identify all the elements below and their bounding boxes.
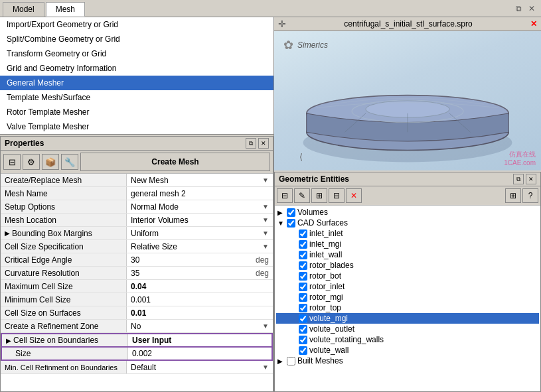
geo-toolbar-btn-2[interactable]: ✎ (294, 188, 310, 203)
tree-label-inlet-mgi: inlet_mgi (309, 239, 341, 249)
prop-value[interactable]: Normal Mode▼ (127, 200, 273, 213)
float-button[interactable]: ⧉ (512, 2, 525, 17)
prop-value[interactable]: 35deg (127, 267, 273, 279)
tree-item-cad-surfaces[interactable]: ▼ CAD Surfaces (276, 218, 539, 228)
nav-icon[interactable]: ✛ (278, 19, 286, 29)
tree-item-rotor-blades[interactable]: rotor_blades (276, 260, 539, 271)
tree-item-volute-rotating[interactable]: volute_rotating_walls (276, 334, 539, 345)
geo-toolbar-options[interactable]: ⊞ (505, 188, 521, 203)
prop-label: Curvature Resolution (1, 267, 127, 279)
prop-row-create-replace: Create/Replace Mesh New Mesh▼ (1, 174, 273, 187)
float-geo-button[interactable]: ⧉ (513, 174, 524, 184)
close-properties-button[interactable]: ✕ (258, 138, 269, 149)
model-tab[interactable]: Model (3, 2, 44, 17)
geo-toolbar-help[interactable]: ? (522, 188, 538, 203)
geo-title: Geometric Entities (279, 174, 349, 184)
tree-item-rotor-inlet[interactable]: rotor_inlet (276, 281, 539, 292)
svg-text:⟨: ⟨ (299, 153, 303, 162)
prop-label: ▶ Cell Size on Boundaries (2, 334, 128, 346)
prop-value[interactable]: Relative Size▼ (127, 240, 273, 253)
prop-value[interactable]: Interior Volumes▼ (127, 214, 273, 226)
close-panel-button[interactable]: ✕ (525, 2, 538, 17)
prop-label: Maximum Cell Size (1, 280, 127, 293)
prop-label: Critical Edge Angle (1, 253, 127, 266)
properties-titlebar: Properties ⧉ ✕ (1, 137, 273, 151)
tree-item-rotor-bot[interactable]: rotor_bot (276, 271, 539, 281)
tree-item-volute-outlet[interactable]: volute_outlet (276, 324, 539, 334)
prop-row-curvature: Curvature Resolution 35deg (1, 267, 273, 280)
menu-item-grid-info[interactable]: Grid and Geometry Information (0, 61, 273, 76)
prop-value[interactable]: User Input (128, 334, 271, 346)
close-geo-button[interactable]: ✕ (526, 174, 536, 184)
tree-label-rotor-bot: rotor_bot (309, 271, 341, 281)
prop-value[interactable]: 0.04 (127, 280, 273, 293)
props-icon-1[interactable]: ⊟ (3, 154, 21, 170)
prop-row-mesh-location: Mesh Location Interior Volumes▼ (1, 214, 273, 227)
prop-row-size: Size 0.002 (1, 348, 273, 361)
tree-item-volute-wall[interactable]: volute_wall (276, 345, 539, 356)
prop-row-setup-options: Setup Options Normal Mode▼ (1, 200, 273, 214)
tree-item-rotor-mgi[interactable]: rotor_mgi (276, 292, 539, 302)
prop-label: Min. Cell Refinment on Boundaries (1, 361, 127, 373)
tree-label-volumes: Volumes (297, 208, 328, 217)
menu-item-split-combine[interactable]: Split/Combine Geometry or Grid (0, 32, 273, 46)
create-mesh-button[interactable]: Create Mesh (80, 153, 270, 171)
close-viewer-icon[interactable]: ✕ (530, 19, 537, 29)
menu-item-general-mesher[interactable]: General Mesher (0, 76, 273, 90)
menu-item-import-export[interactable]: Import/Export Geometry or Grid (0, 17, 273, 32)
menu-item-rotor-template[interactable]: Rotor Template Mesher (0, 105, 273, 119)
prop-row-max-cell: Maximum Cell Size 0.04 (1, 280, 273, 293)
prop-value[interactable]: Uniform▼ (127, 227, 273, 239)
tree-label-rotor-inlet: rotor_inlet (309, 282, 345, 291)
tree-label-volute-outlet: volute_outlet (309, 324, 354, 334)
viewer-filename: centrifugal_s_initial_stl_surface.spro (344, 19, 472, 29)
3d-viewer[interactable]: ✿ Simerics (274, 31, 541, 170)
prop-row-cell-size-spec: Cell Size Specification Relative Size▼ (1, 240, 273, 253)
prop-value[interactable]: general mesh 2 (127, 187, 273, 200)
mesh-tab[interactable]: Mesh (46, 2, 85, 17)
tree-label-volute-rotating: volute_rotating_walls (309, 335, 384, 344)
menu-item-valve-template[interactable]: Valve Template Mesher (0, 119, 273, 134)
geo-toolbar-btn-1[interactable]: ⊟ (277, 188, 293, 203)
prop-value[interactable]: 0.002 (128, 348, 271, 359)
tree-label-rotor-top: rotor_top (309, 303, 341, 312)
menu-item-template-mesh[interactable]: Template Mesh/Surface (0, 90, 273, 105)
prop-row-mesh-name: Mesh Name general mesh 2 (1, 187, 273, 200)
tree-item-inlet-wall[interactable]: inlet_wall (276, 249, 539, 260)
tree-item-rotor-top[interactable]: rotor_top (276, 302, 539, 313)
tree-label-rotor-mgi: rotor_mgi (309, 293, 343, 302)
prop-value[interactable]: 0.01 (127, 306, 273, 319)
prop-row-refinement: Create a Refinement Zone No▼ (1, 320, 273, 333)
menu-item-transform[interactable]: Transform Geometry or Grid (0, 46, 273, 61)
tree-item-volute-mgi[interactable]: volute_mgi (276, 313, 539, 324)
props-icon-4[interactable]: 🔧 (61, 154, 78, 170)
geo-toolbar-btn-4[interactable]: ⊟ (329, 188, 345, 203)
tree-item-volumes[interactable]: ▶ Volumes (276, 207, 539, 218)
geo-toolbar-delete[interactable]: ✕ (346, 188, 362, 203)
tree-label-rotor-blades: rotor_blades (309, 261, 354, 270)
prop-label: Create a Refinement Zone (1, 320, 127, 332)
prop-label: Cell Size on Surfaces (1, 306, 127, 319)
tree-item-built-meshes[interactable]: ▶ Built Meshes (276, 356, 539, 366)
props-icon-3[interactable]: 📦 (42, 154, 59, 170)
properties-title: Properties (5, 139, 44, 148)
prop-value[interactable]: No▼ (127, 320, 273, 332)
prop-value[interactable]: 30deg (127, 253, 273, 266)
tree-item-inlet-inlet[interactable]: inlet_inlet (276, 228, 539, 239)
prop-label: Cell Size Specification (1, 240, 127, 253)
tree-item-inlet-mgi[interactable]: inlet_mgi (276, 239, 539, 249)
prop-label: Minimum Cell Size (1, 293, 127, 306)
prop-value[interactable]: 0.001 (127, 293, 273, 306)
prop-row-cell-boundaries: ▶ Cell Size on Boundaries User Input (1, 333, 273, 348)
menu-panel: Import/Export Geometry or Grid Split/Com… (0, 17, 273, 135)
geo-toolbar-btn-3[interactable]: ⊞ (311, 188, 327, 203)
prop-row-cell-surfaces: Cell Size on Surfaces 0.01 (1, 306, 273, 320)
geo-tree: ▶ Volumes ▼ CAD Surfaces inlet_i (275, 206, 540, 391)
float-properties-button[interactable]: ⧉ (246, 138, 256, 149)
prop-value[interactable]: Default▼ (127, 361, 273, 373)
properties-panel: Properties ⧉ ✕ ⊟ ⚙ 📦 🔧 Create Mesh (0, 136, 273, 392)
prop-value[interactable]: New Mesh▼ (127, 174, 273, 186)
props-icon-2[interactable]: ⚙ (23, 154, 40, 170)
prop-label: Size (2, 348, 128, 359)
prop-label: ▶ Bounding Box Margins (1, 227, 127, 239)
